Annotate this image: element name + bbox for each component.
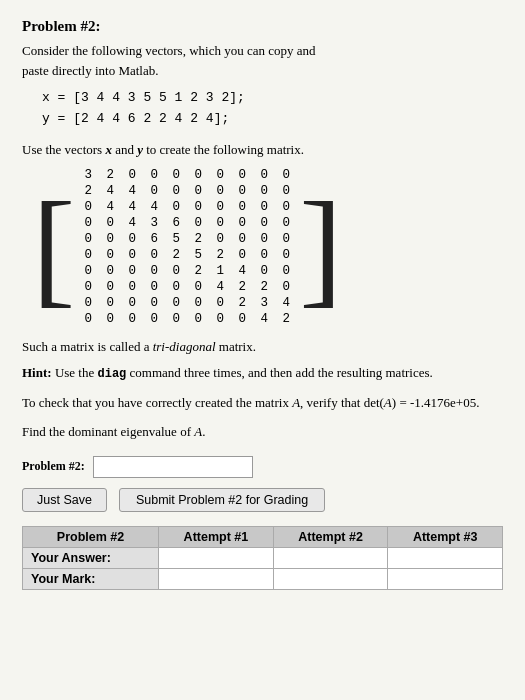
matrix-cell: 0 bbox=[99, 311, 121, 327]
matrix-cell: 0 bbox=[77, 247, 99, 263]
matrix-cell: 0 bbox=[143, 167, 165, 183]
matrix-cell: 0 bbox=[209, 311, 231, 327]
matrix-cell: 0 bbox=[143, 279, 165, 295]
attempts-row-label: Your Answer: bbox=[23, 547, 159, 568]
matrix-cell: 0 bbox=[253, 167, 275, 183]
matrix-cell: 2 bbox=[77, 183, 99, 199]
problem-title: Problem #2: bbox=[22, 18, 503, 35]
matrix-cell: 0 bbox=[99, 295, 121, 311]
matrix-cell: 0 bbox=[77, 231, 99, 247]
attempts-header-cell: Attempt #3 bbox=[388, 526, 503, 547]
matrix-cell: 0 bbox=[253, 263, 275, 279]
matrix-cell: 0 bbox=[187, 199, 209, 215]
matrix-cell: 2 bbox=[231, 279, 253, 295]
matrix-cell: 2 bbox=[187, 263, 209, 279]
matrix-cell: 3 bbox=[143, 215, 165, 231]
attempts-cell bbox=[273, 547, 388, 568]
matrix-cell: 0 bbox=[231, 183, 253, 199]
matrix-cell: 0 bbox=[143, 311, 165, 327]
attempts-cell bbox=[388, 547, 503, 568]
matrix-cell: 0 bbox=[231, 311, 253, 327]
matrix-cell: 4 bbox=[231, 263, 253, 279]
matrix-cell: 0 bbox=[231, 167, 253, 183]
bracket-left: [ bbox=[32, 202, 75, 293]
matrix-cell: 0 bbox=[209, 183, 231, 199]
tri-diagonal-text: Such a matrix is called a tri-diagonal m… bbox=[22, 337, 503, 357]
matrix-cell: 0 bbox=[77, 311, 99, 327]
matrix-cell: 0 bbox=[99, 279, 121, 295]
matrix-cell: 5 bbox=[187, 247, 209, 263]
matrix-cell: 0 bbox=[77, 199, 99, 215]
matrix-cell: 0 bbox=[165, 183, 187, 199]
use-vectors-text: Use the vectors x and y to create the fo… bbox=[22, 140, 503, 160]
matrix-cell: 4 bbox=[121, 215, 143, 231]
hint-text: Hint: Use the diag command three times, … bbox=[22, 363, 503, 383]
matrix-cell: 4 bbox=[253, 311, 275, 327]
matrix-cell: 2 bbox=[99, 167, 121, 183]
matrix-cell: 0 bbox=[121, 263, 143, 279]
matrix-cell: 6 bbox=[143, 231, 165, 247]
matrix-cell: 0 bbox=[187, 183, 209, 199]
matrix-cell: 0 bbox=[275, 263, 297, 279]
matrix-cell: 0 bbox=[99, 247, 121, 263]
attempts-row: Your Mark: bbox=[23, 568, 503, 589]
matrix-cell: 0 bbox=[99, 231, 121, 247]
save-button[interactable]: Just Save bbox=[22, 488, 107, 512]
matrix-cell: 0 bbox=[253, 231, 275, 247]
matrix-cell: 0 bbox=[77, 263, 99, 279]
matrix-cell: 0 bbox=[209, 295, 231, 311]
attempts-cell bbox=[388, 568, 503, 589]
matrix-cell: 0 bbox=[121, 231, 143, 247]
matrix-cell: 0 bbox=[187, 295, 209, 311]
attempts-header-cell: Attempt #2 bbox=[273, 526, 388, 547]
matrix-cell: 0 bbox=[99, 263, 121, 279]
matrix-cell: 0 bbox=[275, 183, 297, 199]
matrix-cell: 0 bbox=[165, 167, 187, 183]
matrix-cell: 0 bbox=[77, 279, 99, 295]
submit-button[interactable]: Submit Problem #2 for Grading bbox=[119, 488, 325, 512]
matrix-cell: 0 bbox=[231, 215, 253, 231]
matrix-cell: 4 bbox=[275, 295, 297, 311]
matrix-cell: 2 bbox=[275, 311, 297, 327]
matrix-cell: 0 bbox=[253, 247, 275, 263]
attempts-table: Problem #2Attempt #1Attempt #2Attempt #3… bbox=[22, 526, 503, 590]
matrix-cell: 0 bbox=[209, 199, 231, 215]
problem-answer-input[interactable] bbox=[93, 456, 253, 478]
matrix-cell: 0 bbox=[187, 215, 209, 231]
matrix-cell: 0 bbox=[275, 167, 297, 183]
matrix-cell: 0 bbox=[165, 279, 187, 295]
matrix-cell: 0 bbox=[165, 263, 187, 279]
matrix-cell: 0 bbox=[121, 311, 143, 327]
matrix-cell: 0 bbox=[187, 279, 209, 295]
matrix-cell: 0 bbox=[187, 311, 209, 327]
matrix-cell: 4 bbox=[99, 183, 121, 199]
matrix-cell: 0 bbox=[121, 247, 143, 263]
matrix-cell: 0 bbox=[275, 215, 297, 231]
matrix-cell: 6 bbox=[165, 215, 187, 231]
matrix-cell: 0 bbox=[231, 231, 253, 247]
matrix-cell: 4 bbox=[121, 183, 143, 199]
matrix-cell: 0 bbox=[275, 247, 297, 263]
vectors-block: x = [3 4 4 3 5 5 1 2 3 2]; y = [2 4 4 6 … bbox=[42, 88, 503, 130]
matrix-cell: 0 bbox=[253, 199, 275, 215]
matrix-cell: 0 bbox=[231, 199, 253, 215]
matrix-cell: 0 bbox=[121, 167, 143, 183]
matrix-cell: 0 bbox=[209, 215, 231, 231]
matrix-cell: 0 bbox=[275, 231, 297, 247]
matrix-cell: 0 bbox=[143, 263, 165, 279]
matrix-cell: 2 bbox=[165, 247, 187, 263]
matrix-cell: 4 bbox=[143, 199, 165, 215]
attempts-row-label: Your Mark: bbox=[23, 568, 159, 589]
matrix-container: [ 32000000002440000000044400000000436000… bbox=[32, 167, 503, 327]
attempts-header-cell: Attempt #1 bbox=[159, 526, 274, 547]
matrix-cell: 4 bbox=[209, 279, 231, 295]
matrix-cell: 0 bbox=[275, 279, 297, 295]
matrix-cell: 0 bbox=[209, 167, 231, 183]
matrix-cell: 2 bbox=[209, 247, 231, 263]
intro-text: Consider the following vectors, which yo… bbox=[22, 41, 503, 80]
matrix-cell: 2 bbox=[187, 231, 209, 247]
matrix-cell: 0 bbox=[77, 295, 99, 311]
verify-text: To check that you have correctly created… bbox=[22, 393, 503, 413]
page: Problem #2: Consider the following vecto… bbox=[0, 0, 525, 700]
matrix-cell: 0 bbox=[121, 279, 143, 295]
